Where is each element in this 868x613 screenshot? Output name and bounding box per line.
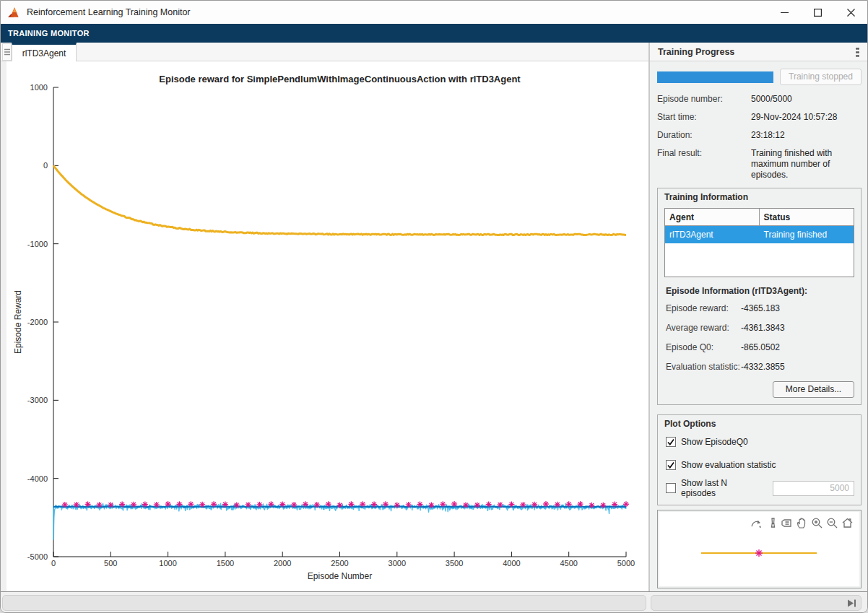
training-stopped-button[interactable]: Training stopped [780, 69, 862, 85]
pan-icon[interactable] [794, 516, 810, 530]
panel-menu-icon [857, 48, 859, 57]
overview-plot-box [657, 510, 862, 588]
title-bar: Reinforcement Learning Training Monitor [1, 1, 867, 24]
checkbox-show-last-n-episodes[interactable]: Show last N episodes [666, 482, 854, 494]
datatips-icon[interactable] [779, 516, 794, 530]
svg-text:2500: 2500 [331, 559, 348, 568]
checkbox[interactable] [666, 437, 676, 447]
column-header-status: Status [760, 209, 854, 225]
close-button[interactable] [834, 1, 867, 24]
svg-text:1000: 1000 [159, 559, 176, 568]
field-episode-number: Episode number: 5000/5000 [657, 94, 862, 105]
svg-text:2000: 2000 [274, 559, 291, 568]
export-icon[interactable] [749, 516, 764, 530]
restore-view-icon[interactable] [840, 516, 855, 530]
stat-label: Episode Q0: [666, 342, 741, 352]
overview-plot [659, 512, 859, 586]
tab-rltd3agent[interactable]: rlTD3Agent [12, 43, 77, 61]
plot-options-box: Plot Options Show EpisodeQ0 Show evaluat… [657, 414, 862, 505]
svg-text:0: 0 [43, 161, 48, 170]
svg-text:-1000: -1000 [27, 240, 48, 248]
panel-horizontal-scrollbar[interactable] [651, 595, 862, 611]
minimize-button[interactable] [768, 1, 801, 24]
field-duration: Duration: 23:18:12 [657, 130, 862, 141]
checkbox-show-evaluation-statistic[interactable]: Show evaluation statistic [666, 459, 854, 471]
svg-text:4500: 4500 [560, 559, 577, 568]
svg-text:1000: 1000 [30, 83, 48, 92]
svg-text:-4000: -4000 [27, 474, 48, 483]
axes-toolbar [749, 516, 855, 530]
stat-value: -865.0502 [741, 342, 854, 352]
svg-text:-2000: -2000 [27, 318, 48, 326]
zoom-in-icon[interactable] [810, 516, 825, 530]
stat-value: -4332.3855 [741, 362, 854, 372]
training-information-box: Training Information Agent Status rlTD3A… [657, 188, 862, 405]
table-empty-area [665, 243, 854, 277]
skip-to-end-icon [848, 599, 856, 607]
training-progress-panel: Training stopped Episode number: 5000/50… [650, 61, 868, 591]
expand-panel-button[interactable] [843, 596, 861, 610]
document-bar-icon [4, 48, 10, 56]
reward-chart[interactable]: -5000-4000-3000-2000-1000010000500100015… [6, 61, 648, 591]
document-bar-button[interactable] [2, 43, 12, 61]
panel-menu-button[interactable] [850, 44, 866, 60]
field-value: 23:18:12 [751, 130, 862, 141]
document-tab-strip: rlTD3Agent Training Progress [1, 43, 867, 61]
minimize-icon [781, 9, 789, 17]
panel-title: Training Progress [658, 47, 850, 57]
brush-icon[interactable] [764, 516, 779, 530]
svg-text:1500: 1500 [217, 559, 234, 568]
tab-training-monitor[interactable]: TRAINING MONITOR [1, 29, 97, 38]
table-header-row: Agent Status [665, 209, 854, 226]
episode-information-title: Episode Information (rlTD3Agent): [666, 286, 854, 296]
svg-text:5000: 5000 [617, 559, 635, 568]
stat-average-reward: Average reward: -4361.3843 [666, 323, 854, 333]
agent-cell: rlTD3Agent [665, 226, 760, 243]
stat-episode-q0: Episode Q0: -865.0502 [666, 342, 854, 352]
svg-text:4000: 4000 [503, 559, 520, 568]
stat-evaluation-statistic: Evaluation statistic: -4332.3855 [666, 362, 854, 372]
checkbox[interactable] [666, 460, 676, 470]
svg-text:-3000: -3000 [27, 396, 48, 404]
zoom-out-icon[interactable] [825, 516, 840, 530]
matlab-logo-icon [8, 6, 21, 18]
maximize-button[interactable] [801, 1, 834, 24]
app-window: Reinforcement Learning Training Monitor … [0, 0, 868, 613]
svg-text:3000: 3000 [389, 559, 406, 568]
stat-value: -4361.3843 [741, 323, 854, 333]
check-icon [667, 461, 675, 469]
svg-text:Episode reward for SimplePendl: Episode reward for SimplePendlumWithImag… [159, 74, 521, 84]
training-progress-bar [657, 71, 773, 83]
field-value: 29-Nov-2024 10:57:28 [751, 112, 862, 123]
toolstrip: TRAINING MONITOR [1, 24, 867, 43]
checkbox-label: Show evaluation statistic [681, 460, 776, 470]
svg-text:0: 0 [51, 559, 56, 568]
column-header-agent: Agent [665, 209, 760, 225]
figure-area: -5000-4000-3000-2000-1000010000500100015… [1, 61, 648, 591]
field-final-result: Final result: Training finished with max… [657, 148, 862, 181]
checkbox[interactable] [666, 483, 676, 493]
svg-text:-5000: -5000 [27, 552, 48, 561]
field-label: Final result: [657, 148, 751, 181]
checkbox-label: Show last N episodes [681, 478, 764, 498]
field-label: Start time: [657, 112, 751, 123]
field-start-time: Start time: 29-Nov-2024 10:57:28 [657, 112, 862, 123]
field-label: Episode number: [657, 94, 751, 105]
checkbox-show-episodeq0[interactable]: Show EpisodeQ0 [666, 436, 854, 448]
window-title: Reinforcement Learning Training Monitor [27, 7, 191, 17]
maximize-icon [814, 9, 822, 17]
stat-label: Average reward: [666, 323, 741, 333]
svg-text:Episode Number: Episode Number [308, 571, 372, 581]
table-row[interactable]: rlTD3Agent Training finished [665, 226, 854, 243]
field-value: 5000/5000 [751, 94, 862, 105]
close-icon [847, 9, 855, 17]
plot-options-title: Plot Options [664, 419, 854, 429]
bottom-scroll-area [1, 591, 867, 613]
last-n-episodes-input[interactable] [773, 481, 854, 496]
stat-label: Episode reward: [666, 303, 741, 313]
field-label: Duration: [657, 130, 751, 141]
figure-horizontal-scrollbar[interactable] [2, 595, 646, 611]
more-details-button[interactable]: More Details... [773, 381, 854, 398]
status-cell: Training finished [760, 226, 854, 243]
svg-text:3500: 3500 [446, 559, 463, 568]
